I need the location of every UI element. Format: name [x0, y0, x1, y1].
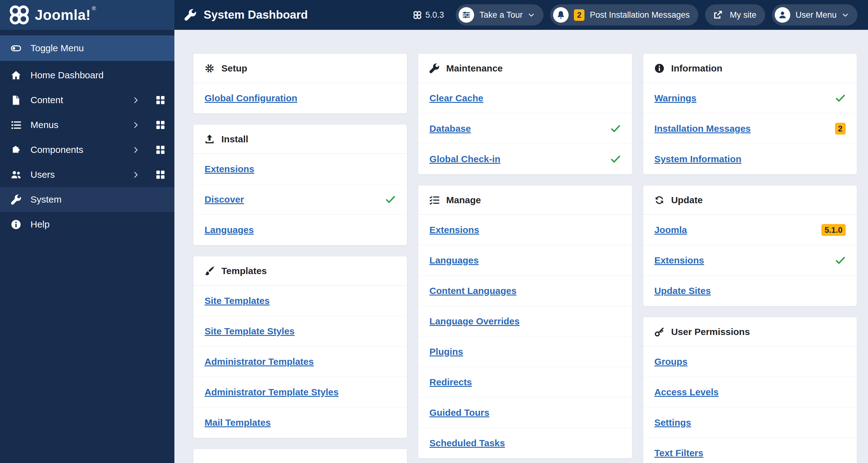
link-scheduled-tasks[interactable]: Scheduled Tasks	[429, 438, 505, 449]
link-global-check-in[interactable]: Global Check-in	[429, 154, 500, 164]
link-mail-templates[interactable]: Mail Templates	[205, 417, 271, 428]
link-update-sites[interactable]: Update Sites	[654, 286, 711, 296]
link-install-languages[interactable]: Languages	[205, 225, 254, 235]
sidebar-item-system[interactable]: System	[0, 187, 175, 212]
count-badge: 2	[835, 123, 846, 135]
refresh-icon	[654, 195, 664, 205]
list-item: Database	[418, 113, 632, 144]
card-header: Information	[643, 54, 857, 83]
list-item: Guided Tours	[418, 397, 632, 428]
post-installation-messages-button[interactable]: 2 Post Installation Messages	[550, 4, 698, 26]
logo-text: Joomla!	[35, 6, 91, 23]
quick-access-grid-icon[interactable]	[156, 170, 165, 179]
brush-icon	[205, 266, 215, 276]
sidebar-item-help[interactable]: Help	[0, 212, 175, 237]
sidebar-item-label: Menus	[30, 120, 124, 130]
list-item: Languages	[193, 215, 407, 245]
link-site-templates[interactable]: Site Templates	[205, 296, 270, 306]
list-item: Language Overrides	[418, 306, 632, 336]
card-title: Update	[671, 195, 703, 205]
info-icon	[654, 63, 664, 73]
list-icon	[9, 120, 22, 130]
list-item: Languages	[418, 245, 632, 276]
chevron-down-icon	[842, 11, 849, 18]
chevron-down-icon	[528, 11, 535, 18]
quick-access-grid-icon[interactable]	[156, 95, 165, 105]
link-global-configuration[interactable]: Global Configuration	[205, 93, 297, 103]
card-partial	[193, 449, 407, 463]
link-groups[interactable]: Groups	[654, 356, 688, 367]
my-site-button[interactable]: My site	[705, 4, 765, 26]
puzzle-icon	[9, 145, 22, 155]
upload-icon	[205, 134, 215, 144]
check-icon	[610, 154, 621, 164]
sidebar-item-home-dashboard[interactable]: Home Dashboard	[0, 63, 175, 88]
dashboard-column: Information Warnings Installation Messag…	[643, 54, 857, 463]
sidebar-item-label: System	[30, 194, 165, 205]
link-update-extensions[interactable]: Extensions	[654, 255, 704, 266]
list-item: Site Template Styles	[193, 316, 407, 346]
link-manage-languages[interactable]: Languages	[429, 255, 478, 266]
sidebar: Joomla! ® Toggle Menu Home Dashboard Con…	[0, 0, 175, 463]
gear-icon	[205, 63, 215, 73]
list-item: Joomla 5.1.0	[643, 215, 857, 245]
link-settings[interactable]: Settings	[654, 417, 691, 428]
link-joomla-update[interactable]: Joomla	[654, 225, 687, 235]
card-templates: Templates Site Templates Site Template S…	[193, 256, 407, 438]
sidebar-item-menus[interactable]: Menus	[0, 112, 175, 137]
link-install-extensions[interactable]: Extensions	[205, 164, 254, 174]
link-administrator-templates[interactable]: Administrator Templates	[205, 356, 314, 367]
list-item: Update Sites	[643, 276, 857, 306]
user-menu-button[interactable]: User Menu	[772, 4, 858, 26]
link-installation-messages[interactable]: Installation Messages	[654, 123, 751, 134]
toggle-menu-button[interactable]: Toggle Menu	[0, 35, 175, 61]
main-area: System Dashboard 5.0.3 Take a Tour 2 Pos…	[175, 0, 868, 463]
list-item: Global Check-in	[418, 144, 632, 174]
link-clear-cache[interactable]: Clear Cache	[429, 93, 483, 103]
quick-access-grid-icon[interactable]	[156, 145, 165, 155]
card-header: Update	[643, 186, 857, 215]
chevron-right-icon	[132, 146, 140, 154]
link-language-overrides[interactable]: Language Overrides	[429, 316, 520, 327]
wrench-icon	[184, 9, 196, 21]
link-guided-tours[interactable]: Guided Tours	[429, 407, 489, 418]
list-item: Discover	[193, 184, 407, 215]
card-header: Install	[193, 125, 407, 154]
list-item: Settings	[643, 407, 857, 438]
sidebar-item-components[interactable]: Components	[0, 137, 175, 162]
sidebar-item-label: Content	[30, 95, 124, 105]
quick-access-grid-icon[interactable]	[156, 120, 165, 130]
link-access-levels[interactable]: Access Levels	[654, 387, 719, 397]
document-icon	[9, 95, 22, 105]
sidebar-item-users[interactable]: Users	[0, 162, 175, 187]
user-menu-label: User Menu	[796, 10, 837, 20]
sidebar-nav: Toggle Menu Home Dashboard Content Menus…	[0, 30, 175, 237]
take-a-tour-button[interactable]: Take a Tour	[456, 4, 544, 26]
chevron-right-icon	[132, 121, 140, 129]
link-discover[interactable]: Discover	[205, 194, 244, 205]
link-database[interactable]: Database	[429, 123, 471, 134]
link-manage-extensions[interactable]: Extensions	[429, 225, 479, 235]
card-manage: Manage Extensions Languages Content Lang…	[418, 186, 632, 458]
chevron-right-icon	[132, 171, 140, 179]
card-title: Templates	[221, 266, 267, 276]
card-title: Maintenance	[446, 63, 503, 74]
link-content-languages[interactable]: Content Languages	[429, 286, 516, 296]
card-header: Templates	[193, 256, 407, 286]
dashboard-column: Setup Global Configuration Install Exten…	[193, 54, 407, 463]
sidebar-item-content[interactable]: Content	[0, 88, 175, 112]
list-item: Warnings	[643, 83, 857, 113]
link-administrator-template-styles[interactable]: Administrator Template Styles	[205, 387, 339, 397]
link-site-template-styles[interactable]: Site Template Styles	[205, 326, 295, 336]
link-warnings[interactable]: Warnings	[654, 93, 697, 103]
sidebar-item-label: Components	[30, 144, 124, 155]
link-redirects[interactable]: Redirects	[429, 377, 472, 388]
list-item: Mail Templates	[193, 407, 407, 438]
link-text-filters[interactable]: Text Filters	[654, 448, 704, 458]
toggle-icon	[9, 43, 22, 54]
link-plugins[interactable]: Plugins	[429, 346, 463, 357]
list-item: Installation Messages 2	[643, 113, 857, 144]
link-system-information[interactable]: System Information	[654, 154, 741, 164]
list-item: System Information	[643, 144, 857, 174]
list-item: Administrator Template Styles	[193, 377, 407, 407]
